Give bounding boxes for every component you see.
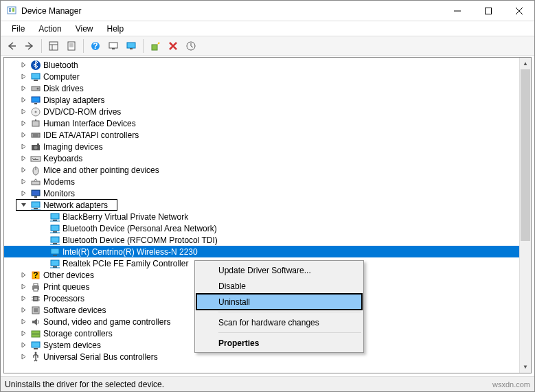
context-disable[interactable]: Disable (196, 278, 362, 294)
menu-action[interactable]: Action (32, 23, 68, 35)
tree-node-network-child[interactable]: BlackBerry Virtual Private Network (4, 211, 531, 222)
svg-rect-42 (34, 158, 34, 159)
svg-rect-48 (32, 190, 40, 196)
tree-node-network-child[interactable]: Bluetooth Device (Personal Area Network) (4, 222, 531, 234)
svg-rect-74 (34, 297, 37, 300)
tree-node-network-adapters[interactable]: Network adapters (16, 199, 117, 211)
svg-rect-49 (34, 196, 37, 198)
expand-caret-icon[interactable] (19, 154, 28, 163)
svg-rect-19 (127, 43, 135, 48)
close-button[interactable] (503, 1, 534, 21)
svg-rect-1 (9, 8, 11, 10)
tree-node[interactable]: Mice and other pointing devices (4, 164, 531, 176)
expand-caret-icon[interactable] (19, 270, 28, 279)
uninstall-button[interactable] (165, 38, 181, 54)
tree-node-network-child[interactable]: Bluetooth Device (RFCOMM Protocol TDI) (4, 234, 531, 246)
expand-caret-icon[interactable] (38, 259, 47, 268)
tree-node[interactable]: Bluetooth (4, 59, 531, 71)
keyboard-icon (30, 153, 41, 164)
svg-rect-56 (51, 225, 59, 231)
modem-icon (30, 176, 41, 187)
svg-rect-82 (32, 334, 40, 337)
context-properties[interactable]: Properties (196, 335, 362, 351)
tree-node[interactable]: Monitors (4, 187, 531, 199)
context-uninstall[interactable]: Uninstall (196, 294, 362, 310)
expand-caret-icon[interactable] (19, 177, 28, 186)
expand-caret-icon[interactable] (19, 341, 28, 349)
scan-button[interactable] (105, 38, 122, 54)
back-button[interactable] (3, 38, 20, 54)
watermark: wsxdn.com (492, 380, 530, 389)
tree-node-label: Computer (43, 72, 80, 82)
scroll-down-button[interactable]: ▼ (520, 361, 531, 373)
expand-caret-icon[interactable] (19, 72, 28, 81)
scroll-up-button[interactable]: ▲ (520, 58, 531, 69)
tree-node[interactable]: Display adapters (4, 94, 531, 106)
expand-caret-icon[interactable] (19, 107, 28, 116)
tree-node-network-child[interactable]: Intel(R) Centrino(R) Wireless-N 2230 (4, 246, 531, 257)
tree-node[interactable]: DVD/CD-ROM drives (4, 106, 531, 117)
minimize-button[interactable] (442, 1, 473, 21)
tree-node-label: Processors (43, 294, 84, 303)
scrollbar[interactable]: ▲ ▼ (519, 58, 531, 373)
print-icon (30, 281, 41, 292)
expand-caret-icon[interactable] (19, 189, 28, 198)
svg-rect-2 (9, 10, 11, 12)
svg-rect-5 (485, 8, 491, 14)
status-text: Uninstalls the driver for the selected d… (5, 380, 164, 389)
sound-icon (30, 316, 41, 327)
toolbar-separator (41, 39, 42, 53)
expand-caret-icon[interactable] (38, 235, 47, 244)
tree-node[interactable]: Modems (4, 176, 531, 187)
maximize-button[interactable] (473, 1, 503, 21)
help-button[interactable]: ? (87, 38, 104, 54)
tree-node-label: Universal Serial Bus controllers (43, 352, 158, 362)
tree-node[interactable]: Disk drives (4, 82, 531, 94)
expand-caret-icon[interactable] (38, 212, 47, 221)
usb-icon (30, 351, 41, 362)
expand-caret-icon[interactable] (19, 130, 28, 139)
expand-caret-icon[interactable] (19, 317, 28, 326)
tree-node[interactable]: Imaging devices (4, 141, 531, 152)
expand-caret-icon[interactable] (38, 224, 47, 233)
menu-view[interactable]: View (69, 23, 100, 35)
properties-button[interactable] (63, 38, 80, 54)
soft-icon (30, 305, 41, 316)
svg-rect-65 (51, 260, 59, 266)
enable-button[interactable] (147, 38, 163, 54)
cpu-icon (30, 293, 41, 304)
expand-caret-icon[interactable] (19, 200, 28, 209)
expand-caret-icon[interactable] (38, 247, 47, 256)
expand-caret-icon[interactable] (19, 352, 28, 361)
tree-node[interactable]: Keyboards (4, 152, 531, 164)
forward-button[interactable] (21, 38, 38, 54)
svg-rect-44 (33, 159, 38, 160)
expand-caret-icon[interactable] (19, 329, 28, 338)
context-separator (218, 332, 361, 333)
menu-file[interactable]: File (5, 23, 32, 35)
hid-icon (30, 118, 41, 129)
expand-caret-icon[interactable] (19, 84, 28, 93)
expand-caret-icon[interactable] (19, 305, 28, 314)
svg-rect-83 (32, 342, 40, 347)
expand-caret-icon[interactable] (19, 60, 28, 69)
expand-caret-icon[interactable] (19, 294, 28, 303)
expand-caret-icon[interactable] (19, 282, 28, 291)
tree-node[interactable]: IDE ATA/ATAPI controllers (4, 129, 531, 141)
context-update[interactable]: Update Driver Software... (196, 262, 362, 278)
tree-node-label: Disk drives (43, 84, 84, 93)
menu-help[interactable]: Help (100, 23, 131, 35)
expand-caret-icon[interactable] (19, 142, 28, 151)
update-button[interactable] (123, 38, 139, 54)
tree-node[interactable]: Human Interface Devices (4, 117, 531, 129)
network-icon (30, 200, 41, 211)
context-scan[interactable]: Scan for hardware changes (196, 314, 362, 330)
tree-node[interactable]: Computer (4, 71, 531, 82)
expand-caret-icon[interactable] (19, 95, 28, 104)
show-hide-console-button[interactable] (45, 38, 62, 54)
expand-caret-icon[interactable] (19, 165, 28, 174)
expand-caret-icon[interactable] (19, 119, 28, 128)
svg-rect-59 (51, 237, 59, 242)
scroll-thumb[interactable] (521, 69, 530, 241)
scan-hardware-button[interactable] (183, 38, 199, 54)
